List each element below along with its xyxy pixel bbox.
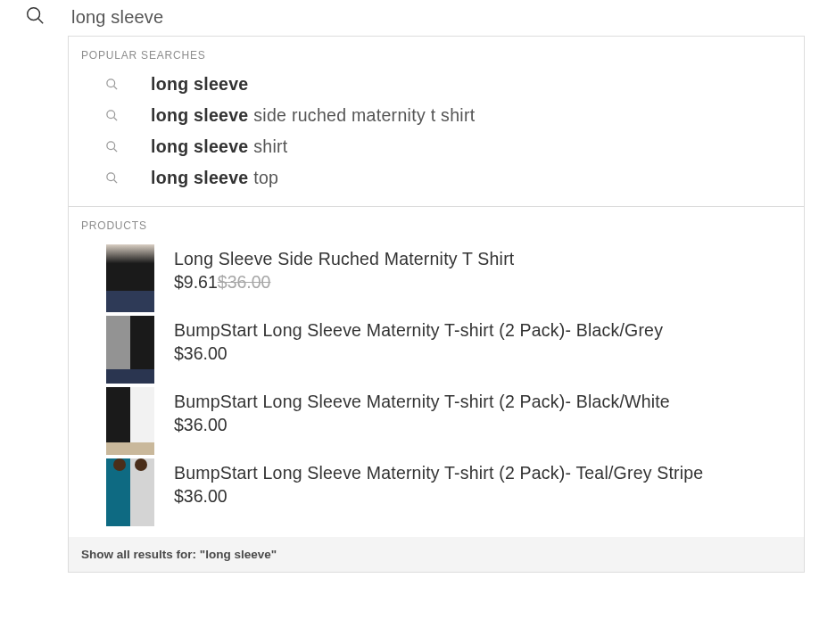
product-info: BumpStart Long Sleeve Maternity T-shirt … [174, 387, 670, 435]
search-icon [104, 109, 119, 123]
search-bar [0, 0, 819, 36]
products-list: Long Sleeve Side Ruched Maternity T Shir… [69, 239, 804, 537]
search-icon [25, 5, 45, 29]
product-thumbnail [106, 458, 154, 526]
product-oldprice: $36.00 [218, 272, 271, 292]
popular-searches-header: POPULAR SEARCHES [69, 37, 804, 69]
product-price: $9.61$36.00 [174, 272, 514, 293]
product-info: Long Sleeve Side Ruched Maternity T Shir… [174, 244, 514, 293]
product-info: BumpStart Long Sleeve Maternity T-shirt … [174, 316, 663, 364]
svg-line-1 [38, 19, 43, 23]
product-thumbnail [106, 387, 154, 455]
product-thumbnail [106, 316, 154, 384]
suggestion-label: long sleeve side ruched maternity t shir… [151, 105, 475, 126]
product-info: BumpStart Long Sleeve Maternity T-shirt … [174, 458, 703, 507]
svg-line-9 [113, 180, 116, 183]
svg-line-3 [113, 87, 116, 89]
svg-point-0 [28, 8, 40, 21]
search-icon [104, 140, 119, 154]
svg-line-7 [113, 149, 116, 152]
product-item[interactable]: BumpStart Long Sleeve Maternity T-shirt … [81, 457, 791, 528]
products-header: PRODUCTS [69, 207, 804, 239]
show-all-results[interactable]: Show all results for: "long sleeve" [69, 537, 804, 572]
product-price: $36.00 [174, 415, 670, 435]
product-item[interactable]: BumpStart Long Sleeve Maternity T-shirt … [81, 385, 791, 457]
suggestion-item[interactable]: long sleeve [81, 69, 791, 100]
product-title: Long Sleeve Side Ruched Maternity T Shir… [174, 248, 514, 270]
svg-point-2 [106, 79, 114, 87]
svg-line-5 [113, 118, 116, 120]
product-price: $36.00 [174, 343, 663, 364]
search-icon [104, 171, 119, 186]
product-price: $36.00 [174, 486, 703, 507]
product-title: BumpStart Long Sleeve Maternity T-shirt … [174, 391, 670, 413]
suggestion-label: long sleeve top [151, 168, 278, 188]
suggestion-item[interactable]: long sleeve side ruched maternity t shir… [81, 100, 791, 131]
product-item[interactable]: BumpStart Long Sleeve Maternity T-shirt … [81, 314, 791, 385]
product-title: BumpStart Long Sleeve Maternity T-shirt … [174, 319, 663, 342]
suggestion-item[interactable]: long sleeve top [81, 162, 791, 194]
product-title: BumpStart Long Sleeve Maternity T-shirt … [174, 462, 703, 484]
suggestion-item[interactable]: long sleeve shirt [81, 131, 791, 162]
suggestion-label: long sleeve shirt [151, 136, 288, 157]
search-icon [104, 78, 119, 92]
product-item[interactable]: Long Sleeve Side Ruched Maternity T Shir… [81, 243, 791, 314]
svg-point-8 [106, 173, 114, 181]
svg-point-6 [106, 142, 114, 150]
suggestion-label: long sleeve [151, 74, 249, 95]
search-dropdown: POPULAR SEARCHES long sleeve long sleeve… [68, 36, 805, 573]
product-thumbnail [106, 244, 154, 312]
svg-point-4 [106, 111, 114, 119]
search-input[interactable] [71, 7, 428, 28]
suggestions-list: long sleeve long sleeve side ruched mate… [69, 69, 804, 206]
